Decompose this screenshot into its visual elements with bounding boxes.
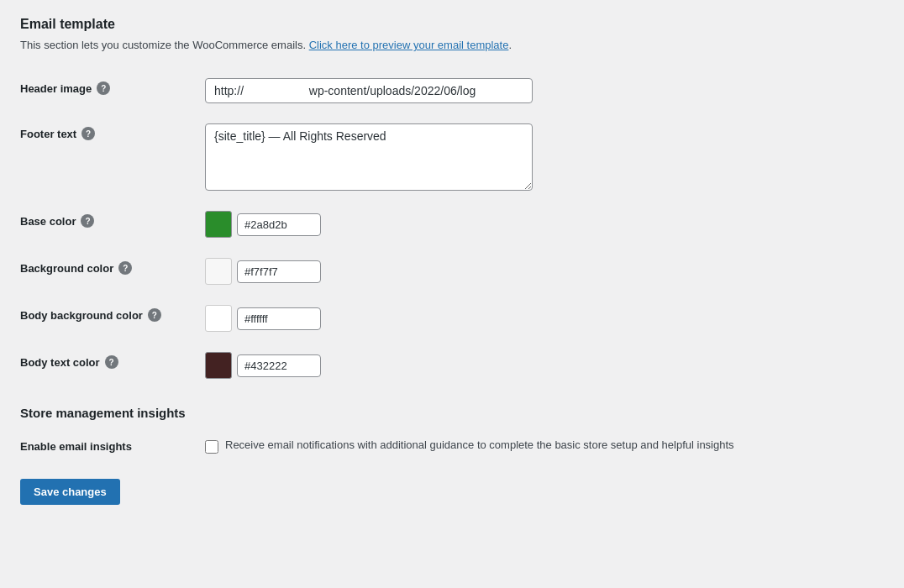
header-image-input[interactable] [205, 78, 533, 103]
base-color-label: Base color ? [20, 211, 205, 228]
enable-email-insights-checkbox[interactable] [205, 440, 218, 454]
enable-email-insights-label: Enable email insights [20, 438, 205, 453]
base-color-row: Base color ? [20, 201, 884, 248]
footer-text-row: Footer text ? {site_title} — All Rights … [20, 113, 884, 201]
footer-text-field: {site_title} — All Rights Reserved [205, 123, 884, 191]
footer-text-help-icon[interactable]: ? [81, 127, 95, 140]
footer-text-label: Footer text ? [20, 123, 205, 140]
background-color-field [205, 258, 884, 285]
header-image-field [205, 78, 884, 103]
store-management-insights-title: Store management insights [20, 406, 884, 420]
background-color-input[interactable] [237, 260, 321, 283]
body-text-color-input[interactable] [237, 354, 321, 377]
enable-email-insights-row: Enable email insights Receive email noti… [20, 430, 884, 462]
base-color-field [205, 211, 884, 238]
body-text-color-label: Body text color ? [20, 352, 205, 369]
body-background-color-label: Body background color ? [20, 305, 205, 322]
base-color-help-icon[interactable]: ? [81, 214, 94, 228]
save-changes-button[interactable]: Save changes [20, 479, 120, 505]
body-background-color-input[interactable] [237, 307, 321, 330]
background-color-label: Background color ? [20, 258, 205, 275]
background-color-row: Background color ? [20, 248, 884, 295]
body-background-color-field [205, 305, 884, 332]
preview-email-template-link[interactable]: Click here to preview your email templat… [309, 39, 509, 51]
body-background-color-swatch[interactable] [205, 305, 232, 332]
body-text-color-row: Body text color ? [20, 342, 884, 389]
body-text-color-help-icon[interactable]: ? [105, 355, 118, 369]
header-image-label: Header image ? [20, 78, 205, 95]
body-text-color-field [205, 352, 884, 379]
body-background-color-help-icon[interactable]: ? [148, 308, 161, 322]
enable-email-insights-description: Receive email notifications with additio… [225, 438, 734, 451]
header-image-row: Header image ? [20, 68, 884, 113]
enable-email-insights-field: Receive email notifications with additio… [205, 438, 734, 454]
email-template-title: Email template [20, 17, 884, 32]
footer-text-textarea[interactable]: {site_title} — All Rights Reserved [205, 123, 533, 191]
background-color-help-icon[interactable]: ? [118, 261, 132, 275]
section-description: This section lets you customize the WooC… [20, 39, 884, 51]
base-color-input[interactable] [237, 213, 321, 236]
header-image-help-icon[interactable]: ? [97, 81, 110, 95]
background-color-swatch[interactable] [205, 258, 232, 285]
base-color-swatch[interactable] [205, 211, 232, 238]
body-text-color-swatch[interactable] [205, 352, 232, 379]
body-background-color-row: Body background color ? [20, 295, 884, 342]
